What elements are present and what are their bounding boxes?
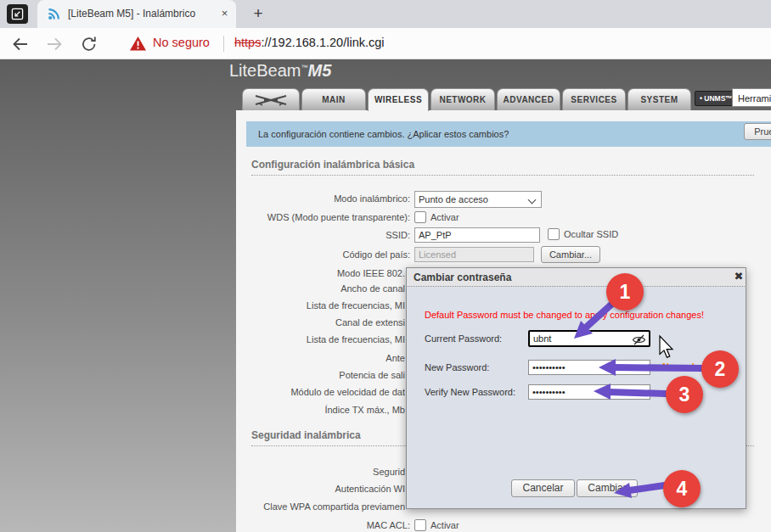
wireless-mode-value: Punto de acceso <box>419 194 488 204</box>
verify-password-label: Verify New Password: <box>425 387 515 397</box>
insecure-warning-icon[interactable] <box>129 36 147 55</box>
password-strength-indicator: Normal <box>662 361 695 372</box>
tab-favicon-icon <box>48 7 61 20</box>
hide-ssid-checkbox-label: Ocultar SSID <box>564 229 618 239</box>
current-password-label: Current Password: <box>425 333 502 344</box>
frequency-list2-label: Lista de frecuencias, MI <box>222 334 405 344</box>
country-change-button[interactable]: Cambiar... <box>541 246 600 263</box>
refresh-icon[interactable] <box>80 35 98 53</box>
security-label: Segurid <box>222 467 405 477</box>
tab-network[interactable]: NETWORK <box>431 88 495 110</box>
wds-label: WDS (Modo puente transparente): <box>228 212 410 222</box>
tab-close-icon[interactable]: × <box>217 7 232 21</box>
mac-acl-label: MAC ACL: <box>228 520 410 530</box>
tab-system[interactable]: SYSTEM <box>627 88 691 110</box>
wpa-psk-label: Clave WPA compartida previamen <box>222 501 405 512</box>
extension-channel-label: Canal de extensi <box>222 317 405 328</box>
url-path: ://192.168.1.20/link.cgi <box>261 36 384 49</box>
logo-trademark: ™ <box>301 64 308 71</box>
frequency-list-label: Lista de frecuencias, MI <box>222 300 405 311</box>
max-tx-rate-label: Índice TX máx., Mb <box>222 405 405 415</box>
step-1-badge: 1 <box>606 273 644 311</box>
tools-dropdown[interactable]: Herramientas <box>732 88 771 107</box>
tab-title: [LiteBeam M5] - Inalámbrico <box>68 0 195 28</box>
new-password-input[interactable]: •••••••••• <box>528 360 650 375</box>
tab-advanced[interactable]: ADVANCED <box>497 88 560 110</box>
channel-width-label: Ancho de canal <box>222 283 405 294</box>
output-power-label: Potencia de sali <box>222 370 405 380</box>
wireless-mode-select[interactable]: Punto de acceso <box>414 191 542 208</box>
ieee-mode-label: Modo IEEE 802. <box>222 268 405 278</box>
wireless-mode-label: Modo inalámbrico: <box>228 193 410 204</box>
dialog-title: Cambiar contraseña <box>406 267 746 287</box>
verify-password-input[interactable]: •••••••••• <box>528 384 650 400</box>
wpa-auth-label: Autenticación WI <box>222 484 405 494</box>
basic-section-heading: Configuración inalámbrica básica <box>251 159 754 176</box>
insecure-badge[interactable]: No seguro <box>153 36 210 49</box>
step-4-badge: 4 <box>663 470 701 507</box>
site-logo: LiteBeam™M5 <box>229 61 331 81</box>
country-code-label: Código del país: <box>228 249 410 260</box>
test-button[interactable]: Prueba <box>744 123 771 140</box>
tab-services[interactable]: SERVICES <box>562 88 626 110</box>
forward-icon <box>45 35 64 53</box>
browser-toolbar <box>0 28 771 59</box>
new-password-label: New Password: <box>425 362 489 372</box>
step-2-badge: 2 <box>701 350 739 388</box>
step-3-badge: 3 <box>666 376 703 413</box>
logo-model: M5 <box>308 61 332 80</box>
country-code-input: Licensed <box>414 247 534 262</box>
new-tab-button[interactable]: + <box>248 3 268 24</box>
change-button[interactable]: Cambiar <box>577 479 638 497</box>
screen: [LiteBeam M5] - Inalámbrico × + No segur… <box>0 0 771 532</box>
mac-acl-checkbox[interactable] <box>414 519 426 531</box>
hide-ssid-checkbox[interactable] <box>548 228 560 240</box>
ssid-label: SSID: <box>228 230 410 240</box>
hide-password-icon[interactable] <box>632 333 646 349</box>
wds-checkbox[interactable] <box>414 211 426 223</box>
data-rate-module-label: Módulo de velocidad de dat <box>222 387 405 397</box>
back-icon[interactable] <box>11 35 30 53</box>
url-bar[interactable]: https://192.168.1.20/link.cgi <box>234 36 385 49</box>
logo-name: LiteBeam <box>229 61 301 80</box>
tab-main[interactable]: MAIN <box>301 88 366 110</box>
changes-message: La configuración contiene cambios. ¿Apli… <box>258 129 509 139</box>
wds-checkbox-label: Activar <box>431 212 459 222</box>
url-scheme: https <box>234 36 261 49</box>
omnibox-divider <box>223 36 224 52</box>
tab-actions-icon <box>11 8 24 20</box>
browser-menu-icon[interactable] <box>7 4 28 24</box>
cancel-button[interactable]: Cancelar <box>511 479 575 497</box>
dialog-close-icon[interactable]: ✖ <box>732 270 746 283</box>
ssid-input[interactable]: AP_PtP <box>414 227 540 243</box>
chevron-down-icon <box>528 196 537 204</box>
antenna-icon <box>252 93 290 107</box>
ubiquiti-logo-tab[interactable] <box>242 88 300 110</box>
mac-acl-checkbox-label: Activar <box>431 520 459 530</box>
default-password-warning: Default Password must be changed to appl… <box>425 310 704 320</box>
antenna-label: Ante <box>222 353 405 363</box>
tab-wireless[interactable]: WIRELESS <box>368 88 429 111</box>
